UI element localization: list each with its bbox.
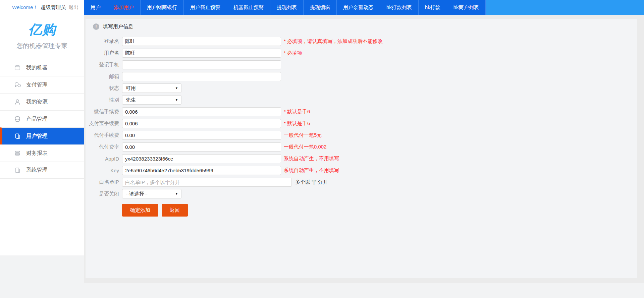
finance-report-icon — [13, 149, 21, 157]
form-actions: 确定添加 返回 — [122, 204, 637, 217]
logout-link[interactable]: 退出 — [68, 4, 78, 11]
tab-user-deadline-warning[interactable]: 用户截止预警 — [184, 0, 227, 15]
login-name-hint: * 必填项，请认真填写，添加成功后不能修改 — [284, 38, 383, 45]
gender-select-value: 先生 — [126, 97, 136, 103]
sidebar-item-my-resources[interactable]: 我的资源 — [0, 93, 84, 110]
key-field[interactable] — [122, 166, 281, 175]
tab-withdraw-list[interactable]: 提现列表 — [270, 0, 304, 15]
ip-whitelist-label: 白名单IP — [86, 179, 119, 185]
sidebar-item-label: 支付管理 — [26, 81, 48, 88]
username-hint: * 必填项 — [284, 50, 302, 56]
top-nav: 用户 添加用户 用户网商银行 用户截止预警 机器截止预警 提现列表 提现编辑 用… — [84, 0, 644, 15]
username-field[interactable] — [122, 49, 281, 58]
payout-fee-field[interactable] — [122, 131, 281, 140]
ip-whitelist-hint: 多个以 “|” 分开 — [295, 179, 328, 185]
welcome-text: Welcome！ — [12, 4, 38, 11]
form-row: 代付费率 一般代付一笔0.002 — [86, 142, 637, 152]
chevron-down-icon: ▼ — [175, 84, 178, 93]
confirm-add-button[interactable]: 确定添加 — [122, 204, 158, 217]
appid-label: AppID — [86, 156, 119, 162]
brand-logo: 亿购 — [0, 20, 84, 39]
content-outer: ! 填写用户信息 登录名 * 必填项，请认真填写，添加成功后不能修改 用户名 *… — [84, 15, 644, 283]
nav-filler — [486, 0, 644, 15]
username-label: 用户名 — [86, 50, 119, 56]
form-row: 用户名 * 必填项 — [86, 48, 637, 58]
form-row: 登录名 * 必填项，请认真填写，添加成功后不能修改 — [86, 37, 637, 46]
alipay-fee-field[interactable] — [122, 119, 281, 128]
sidebar-item-system-management[interactable]: 系统管理 — [0, 162, 84, 179]
gender-label: 性别 — [86, 97, 119, 103]
tab-hk-payment-list[interactable]: hk打款列表 — [380, 0, 419, 15]
login-name-label: 登录名 — [86, 38, 119, 45]
sidebar-menu: 我的机器 支付管理 我的资源 产品管理 — [0, 59, 84, 179]
form-row: 白名单IP 多个以 “|” 分开 — [86, 177, 637, 187]
section-title: 填写用户信息 — [103, 23, 133, 30]
payout-rate-field[interactable] — [122, 142, 281, 152]
chevron-down-icon: ▼ — [175, 189, 178, 198]
form-row: 支付宝手续费 * 默认是千6 — [86, 119, 637, 128]
tab-users[interactable]: 用户 — [84, 0, 107, 15]
ip-whitelist-field[interactable] — [122, 178, 292, 187]
payout-rate-label: 代付费率 — [86, 144, 119, 150]
is-closed-label: 是否关闭 — [86, 191, 119, 197]
main-area: 用户 添加用户 用户网商银行 用户截止预警 机器截止预警 提现列表 提现编辑 用… — [84, 0, 644, 298]
payment-icon — [13, 81, 21, 89]
form-row: 性别 先生 ▼ — [86, 95, 637, 105]
current-user-name: 超级管理员 — [41, 4, 66, 11]
email-field[interactable] — [122, 72, 281, 81]
sidebar-item-user-management[interactable]: 用户管理 — [0, 127, 84, 144]
tab-user-balance-activity[interactable]: 用户余额动态 — [337, 0, 380, 15]
status-label: 状态 — [86, 85, 119, 92]
login-name-field[interactable] — [122, 37, 281, 46]
form-panel: ! 填写用户信息 登录名 * 必填项，请认真填写，添加成功后不能修改 用户名 *… — [86, 19, 637, 278]
form-row: 微信手续费 * 默认是千6 — [86, 107, 637, 116]
sidebar-item-label: 产品管理 — [26, 116, 48, 123]
form-row: 代付手续费 一般代付一笔5元 — [86, 130, 637, 140]
info-icon: ! — [93, 23, 99, 30]
status-select-value: 可用 — [126, 85, 136, 91]
gender-select[interactable]: 先生 ▼ — [122, 95, 181, 105]
add-user-form: 登录名 * 必填项，请认真填写，添加成功后不能修改 用户名 * 必填项 登记手机 — [86, 30, 637, 217]
form-row: 登记手机 — [86, 60, 637, 69]
sidebar-item-my-machines[interactable]: 我的机器 — [0, 59, 84, 76]
wechat-fee-label: 微信手续费 — [86, 109, 119, 115]
tab-add-user[interactable]: 添加用户 — [107, 0, 141, 15]
sidebar-item-payment[interactable]: 支付管理 — [0, 76, 84, 93]
is-closed-select-value: --请选择-- — [126, 191, 148, 196]
products-icon — [13, 115, 21, 123]
payout-fee-hint: 一般代付一笔5元 — [284, 132, 322, 138]
sidebar-item-products[interactable]: 产品管理 — [0, 110, 84, 127]
alipay-fee-label: 支付宝手续费 — [86, 120, 119, 127]
tab-user-bank[interactable]: 用户网商银行 — [141, 0, 184, 15]
sidebar: Welcome！ 超级管理员 退出 亿购 您的机器管理专家 我的机器 支付管理 — [0, 0, 84, 255]
brand-block: 亿购 您的机器管理专家 — [0, 20, 84, 50]
wechat-fee-field[interactable] — [122, 107, 281, 116]
form-row: 邮箱 — [86, 72, 637, 81]
user-topbar: Welcome！ 超级管理员 退出 — [0, 0, 84, 15]
wechat-fee-hint: * 默认是千6 — [284, 109, 310, 115]
form-row: 是否关闭 --请选择-- ▼ — [86, 189, 637, 198]
form-row: Key 系统自动产生，不用填写 — [86, 166, 637, 175]
tab-hk-merchant-list[interactable]: hk商户列表 — [447, 0, 486, 15]
system-management-icon — [13, 166, 21, 174]
form-row: 状态 可用 ▼ — [86, 83, 637, 93]
sidebar-item-label: 我的机器 — [26, 64, 48, 71]
sidebar-item-finance-reports[interactable]: 财务报表 — [0, 144, 84, 162]
alipay-fee-hint: * 默认是千6 — [284, 120, 310, 127]
user-management-icon — [13, 132, 21, 140]
key-label: Key — [86, 168, 119, 173]
tab-withdraw-edit[interactable]: 提现编辑 — [304, 0, 337, 15]
email-label: 邮箱 — [86, 73, 119, 80]
app-root: Welcome！ 超级管理员 退出 亿购 您的机器管理专家 我的机器 支付管理 — [0, 0, 644, 298]
sidebar-item-label: 系统管理 — [26, 167, 48, 174]
phone-field[interactable] — [122, 60, 281, 69]
payout-fee-label: 代付手续费 — [86, 132, 119, 138]
tab-hk-payment[interactable]: hk打款 — [419, 0, 447, 15]
status-select[interactable]: 可用 ▼ — [122, 83, 181, 93]
tab-machine-deadline-warning[interactable]: 机器截止预警 — [227, 0, 270, 15]
payout-rate-hint: 一般代付一笔0.002 — [284, 144, 327, 150]
back-button[interactable]: 返回 — [162, 204, 188, 217]
is-closed-select[interactable]: --请选择-- ▼ — [122, 189, 181, 198]
sidebar-item-label: 我的资源 — [26, 99, 48, 106]
appid-field[interactable] — [122, 154, 281, 163]
